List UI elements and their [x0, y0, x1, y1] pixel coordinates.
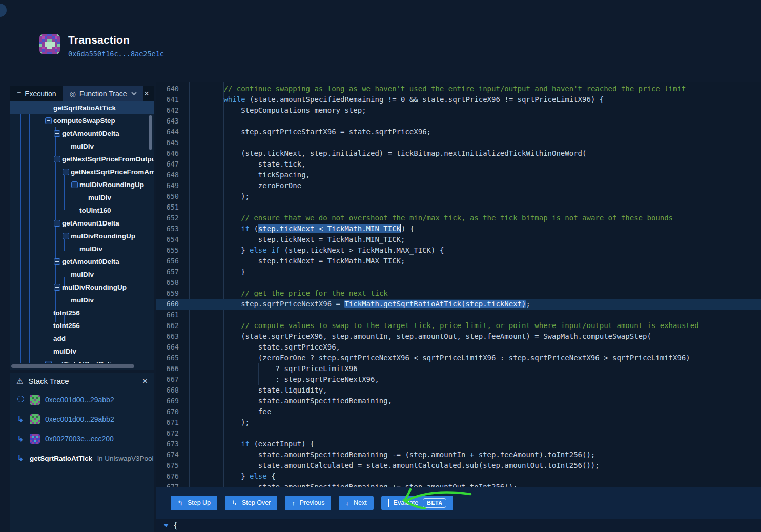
- collapse-toggle-icon[interactable]: [54, 220, 60, 227]
- trace-tree-item-getNextSqrtPriceFromAmount[interactable]: getNextSqrtPriceFromAmount: [10, 166, 154, 178]
- stack-frame-row[interactable]: 0xec001d00...29abb2: [10, 390, 154, 410]
- code-text: : step.sqrtPriceNextX96,: [189, 375, 379, 383]
- code-line-current: 660 step.sqrtPriceNextX96 = TickMath.get…: [156, 299, 761, 310]
- line-number[interactable]: 641: [156, 94, 179, 105]
- line-number[interactable]: 671: [156, 417, 179, 428]
- trace-tree-item-mulDiv[interactable]: mulDiv: [10, 242, 154, 255]
- line-number[interactable]: 677: [156, 482, 179, 487]
- trace-tree-item-mulDivRoundingUp[interactable]: mulDivRoundingUp: [10, 281, 154, 294]
- step-up-button[interactable]: ↰Step Up: [171, 496, 217, 510]
- line-number[interactable]: 662: [156, 320, 179, 331]
- trace-item-label: getAmount0Delta: [62, 258, 119, 265]
- stack-trace-close-icon[interactable]: ×: [142, 377, 148, 385]
- collapse-toggle-icon[interactable]: [54, 284, 60, 291]
- collapse-toggle-icon[interactable]: [54, 156, 60, 162]
- next-button[interactable]: ↓Next: [339, 496, 373, 510]
- tree-horizontal-scrollbar[interactable]: [11, 364, 134, 368]
- tree-vertical-scrollbar[interactable]: [149, 115, 152, 150]
- trace-panel-close-icon[interactable]: ×: [144, 89, 149, 98]
- tab-execution[interactable]: ≡ Execution: [10, 86, 63, 101]
- trace-tree-item-getAmount1Delta[interactable]: getAmount1Delta: [10, 217, 154, 230]
- trace-tree-item-mulDiv[interactable]: mulDiv: [10, 345, 154, 358]
- trace-item-label: mulDiv: [88, 194, 111, 201]
- collapse-toggle-icon[interactable]: [63, 169, 69, 175]
- collapse-triangle-icon[interactable]: [163, 524, 169, 527]
- line-number[interactable]: 657: [156, 267, 179, 277]
- trace-tree-item-getNextSqrtPriceFromOutput[interactable]: getNextSqrtPriceFromOutput: [10, 153, 154, 166]
- trace-tree-item-toUint160[interactable]: toUint160: [10, 204, 154, 217]
- line-number[interactable]: 649: [156, 180, 179, 191]
- collapse-toggle-icon[interactable]: [54, 130, 60, 137]
- line-number[interactable]: 640: [156, 84, 179, 94]
- arrow-up-icon: ↑: [292, 500, 295, 506]
- line-number[interactable]: 663: [156, 331, 179, 342]
- stack-frame-row[interactable]: ↳0xec001d00...29abb2: [10, 410, 154, 429]
- contract-address-link[interactable]: 0xec001d00...29abb2: [45, 415, 114, 423]
- trace-tree-item-mulDiv[interactable]: mulDiv: [10, 294, 154, 306]
- stack-function-name[interactable]: getSqrtRatioAtTick: [30, 455, 92, 462]
- line-number[interactable]: 668: [156, 385, 179, 396]
- line-number[interactable]: 669: [156, 396, 179, 406]
- line-number[interactable]: 651: [156, 202, 179, 213]
- line-number[interactable]: 650: [156, 191, 179, 202]
- tab-function-trace[interactable]: ◎ Function Trace: [63, 86, 144, 101]
- line-number[interactable]: 646: [156, 148, 179, 159]
- collapse-toggle-icon[interactable]: [71, 181, 78, 188]
- step-over-button[interactable]: ↳Step Over: [225, 496, 277, 510]
- line-number[interactable]: 664: [156, 342, 179, 353]
- trace-tree-item-getAmount0Delta[interactable]: getAmount0Delta: [10, 255, 154, 268]
- line-number[interactable]: 655: [156, 245, 179, 256]
- current-frame-circle-icon: [16, 395, 25, 404]
- stack-trace-list: 0xec001d00...29abb2↳0xec001d00...29abb2↳…: [10, 390, 154, 468]
- line-number[interactable]: 672: [156, 428, 179, 439]
- line-number[interactable]: 654: [156, 234, 179, 245]
- collapse-toggle-icon[interactable]: [45, 117, 52, 124]
- line-number[interactable]: 653: [156, 223, 179, 234]
- line-number[interactable]: 647: [156, 159, 179, 170]
- trace-tree-item-mulDiv[interactable]: mulDiv: [10, 191, 154, 204]
- line-number[interactable]: 645: [156, 137, 179, 148]
- drawer-handle[interactable]: [0, 4, 7, 17]
- line-number[interactable]: 642: [156, 105, 179, 116]
- transaction-header: Transaction 0x6da550f16c...8ae25e1c: [39, 34, 164, 58]
- contract-address-link[interactable]: 0xec001d00...29abb2: [45, 396, 114, 404]
- trace-tree-item-mulDivRoundingUp[interactable]: mulDivRoundingUp: [10, 230, 154, 242]
- line-number[interactable]: 660: [156, 299, 179, 310]
- trace-tree-item-mulDiv[interactable]: mulDiv: [10, 268, 154, 281]
- line-number[interactable]: 666: [156, 363, 179, 374]
- trace-tree-item-getTickAtSqrtRatio[interactable]: getTickAtSqrtRatio: [10, 358, 154, 363]
- line-number[interactable]: 670: [156, 406, 179, 417]
- trace-tree-item-getSqrtRatioAtTick[interactable]: getSqrtRatioAtTick: [10, 101, 154, 114]
- line-number[interactable]: 676: [156, 471, 179, 482]
- trace-tree-item-computeSwapStep[interactable]: computeSwapStep: [10, 114, 154, 127]
- line-number[interactable]: 643: [156, 116, 179, 127]
- collapse-toggle-icon[interactable]: [45, 361, 52, 363]
- stack-frame-row[interactable]: ↳0x0027003e...ecc200: [10, 429, 154, 448]
- trace-tree-item-add[interactable]: add: [10, 332, 154, 345]
- trace-tree-item-getAmount0Delta[interactable]: getAmount0Delta: [10, 127, 154, 140]
- line-number[interactable]: 656: [156, 256, 179, 267]
- trace-tree-item-mulDiv[interactable]: mulDiv: [10, 140, 154, 153]
- collapse-toggle-icon[interactable]: [54, 258, 60, 265]
- line-number[interactable]: 648: [156, 170, 179, 180]
- line-number[interactable]: 652: [156, 213, 179, 223]
- line-number[interactable]: 644: [156, 127, 179, 137]
- previous-button[interactable]: ↑Previous: [285, 496, 331, 510]
- trace-tree-item-mulDivRoundingUp[interactable]: mulDivRoundingUp: [10, 178, 154, 191]
- line-number[interactable]: 661: [156, 310, 179, 320]
- line-number[interactable]: 665: [156, 353, 179, 363]
- trace-tree-item-toInt256[interactable]: toInt256: [10, 306, 154, 319]
- line-number[interactable]: 675: [156, 460, 179, 471]
- line-number[interactable]: 674: [156, 449, 179, 460]
- line-number[interactable]: 659: [156, 288, 179, 299]
- stack-frame-row[interactable]: ↳getSqrtRatioAtTick in UniswapV3Pool.sol…: [10, 448, 154, 468]
- line-number[interactable]: 667: [156, 374, 179, 385]
- collapse-toggle-icon[interactable]: [63, 233, 69, 239]
- transaction-hash[interactable]: 0x6da550f16c...8ae25e1c: [68, 50, 164, 58]
- line-number[interactable]: 658: [156, 277, 179, 288]
- trace-item-label: computeSwapStep: [53, 117, 115, 125]
- evaluate-button[interactable]: EvaluateBETA: [381, 496, 454, 510]
- trace-tree-item-toInt256[interactable]: toInt256: [10, 319, 154, 332]
- contract-address-link[interactable]: 0x0027003e...ecc200: [45, 435, 114, 443]
- line-number[interactable]: 673: [156, 439, 179, 449]
